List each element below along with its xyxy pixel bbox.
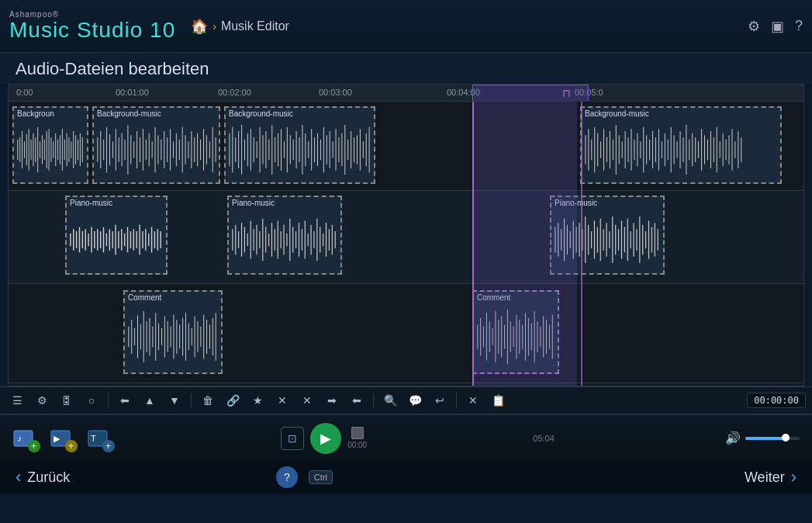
svg-text:♪: ♪ xyxy=(17,433,22,444)
time-2: 00:02:00 xyxy=(218,88,251,97)
track-1: Backgroun Background-music xyxy=(9,102,803,191)
help-button[interactable]: ? xyxy=(276,466,298,488)
tb-undo-btn[interactable]: ↩ xyxy=(429,390,451,410)
clip-piano-label-2: Piano-music xyxy=(229,197,278,209)
add-audio-button[interactable]: ♪ + xyxy=(12,424,40,452)
settings-icon[interactable]: ⚙ xyxy=(748,18,760,35)
tb-up-btn[interactable]: ▲ xyxy=(139,390,161,410)
volume-icon[interactable]: 🔊 xyxy=(725,431,741,445)
breadcrumb: 🏠 › Musik Editor xyxy=(191,18,289,35)
tb-link-btn[interactable]: 🔗 xyxy=(222,390,244,410)
clip-comment-label-1: Comment xyxy=(125,292,164,303)
add-video-button[interactable]: ▶ + xyxy=(50,424,78,452)
selection-indicator xyxy=(472,85,589,102)
clipboard-icon[interactable]: ▣ xyxy=(771,18,784,35)
track-2: Piano-music Piano-music xyxy=(9,191,803,284)
tb-copy-btn[interactable]: 📋 xyxy=(487,390,509,410)
time-1: 00:01:00 xyxy=(116,88,149,97)
tb-delete-btn[interactable]: 🗑 xyxy=(197,390,219,410)
tb-settings-btn[interactable]: ⚙ xyxy=(31,390,53,410)
time-0: 0:00 xyxy=(16,88,33,97)
waveform-1 xyxy=(14,119,87,181)
clip-label-4: Background-music xyxy=(582,108,652,119)
tb-prev-btn[interactable]: ⬅ xyxy=(346,390,368,410)
time-ruler: 0:00 00:01:00 00:02:00 00:03:00 00:04:00… xyxy=(9,85,803,102)
clip-bg-2[interactable]: Background-music xyxy=(92,106,220,184)
time-display: 00:00:00 xyxy=(747,393,806,408)
clip-piano-2[interactable]: Piano-music xyxy=(227,196,342,275)
waveform-2 xyxy=(94,119,219,181)
total-duration: 05:04 xyxy=(533,434,555,443)
breadcrumb-page: Musik Editor xyxy=(221,19,289,33)
play-controls: ⊡ ▶ 00:00 xyxy=(281,423,367,454)
stop-area: 00:00 xyxy=(347,427,367,449)
tb-star-btn[interactable]: ★ xyxy=(247,390,268,410)
selection-handle[interactable]: ⊓ xyxy=(562,87,571,99)
tb-radio-btn[interactable]: ○ xyxy=(81,390,102,410)
current-time: 00:00 xyxy=(347,441,367,449)
timeline-container: 0:00 00:01:00 00:02:00 00:03:00 00:04:00… xyxy=(8,84,804,386)
clip-piano-1[interactable]: Piano-music xyxy=(65,196,168,275)
tb-menu-btn[interactable]: ☰ xyxy=(6,390,28,410)
toolbar: ☰ ⚙ 🎛 ○ ⬅ ▲ ▼ 🗑 🔗 ★ ✕ ✕ ➡ ⬅ 🔍 💬 ↩ ✕ 📋 00… xyxy=(0,386,812,414)
waveform-4 xyxy=(582,119,780,181)
back-arrow-icon: ‹ xyxy=(16,467,21,487)
waveform-piano-1 xyxy=(67,208,166,272)
tb-sep-3 xyxy=(373,393,374,408)
clip-bg-3[interactable]: Background-music xyxy=(224,106,375,184)
tb-zoom-in-btn[interactable]: 🔍 xyxy=(379,390,401,410)
page-title: Audio-Dateien bearbeiten xyxy=(16,59,209,78)
loop-button[interactable]: ⊡ xyxy=(281,427,304,450)
next-button[interactable]: Weiter › xyxy=(745,467,796,487)
waveform-comment-1 xyxy=(125,303,221,371)
clip-piano-label-1: Piano-music xyxy=(67,197,116,209)
breadcrumb-arrow: › xyxy=(213,20,216,33)
clip-comment-1[interactable]: Comment xyxy=(123,290,223,374)
next-arrow-icon: › xyxy=(791,467,796,487)
tb-comment-btn[interactable]: 💬 xyxy=(404,390,426,410)
add-audio-icon: ♪ + xyxy=(12,424,40,452)
play-button[interactable]: ▶ xyxy=(310,423,341,454)
volume-thumb[interactable] xyxy=(782,434,790,442)
waveform-3 xyxy=(226,119,374,181)
selection-overlay xyxy=(472,102,577,386)
home-icon[interactable]: 🏠 xyxy=(191,18,208,35)
help-icon[interactable]: ? xyxy=(795,18,803,34)
playhead[interactable] xyxy=(472,102,474,386)
clip-label-3: Background-music xyxy=(226,108,296,119)
add-subtitle-button[interactable]: T + xyxy=(87,424,115,452)
clip-bg-1[interactable]: Backgroun xyxy=(12,106,88,184)
brand-label: Ashampoo® xyxy=(9,10,175,19)
waveform-piano-2 xyxy=(229,208,340,272)
next-label: Weiter xyxy=(745,469,785,486)
tb-equalizer-btn[interactable]: 🎛 xyxy=(56,390,78,410)
clip-label: Backgroun xyxy=(14,108,57,119)
tracks-area: Backgroun Background-music xyxy=(9,102,803,386)
time-3: 00:03:00 xyxy=(319,88,352,97)
help-label: ? xyxy=(284,471,290,483)
stop-button[interactable] xyxy=(351,427,364,439)
footer-nav: ‹ Zurück ? Ctrl Weiter › xyxy=(0,461,812,494)
footer-center: ? Ctrl xyxy=(276,466,333,488)
logo-area: Ashampoo® Music Studio 10 xyxy=(9,10,175,43)
add-subtitle-icon: T + xyxy=(87,424,115,452)
tb-cut-btn[interactable]: ✕ xyxy=(271,390,293,410)
back-button[interactable]: ‹ Zurück xyxy=(16,467,70,487)
svg-text:+: + xyxy=(105,441,111,452)
header-icons: ⚙ ▣ ? xyxy=(748,18,803,35)
playhead-2 xyxy=(581,102,582,386)
track-3: Comment Comment xyxy=(9,284,803,383)
volume-slider[interactable] xyxy=(745,437,800,440)
tb-down-btn[interactable]: ▼ xyxy=(164,390,185,410)
app-title: Music Studio 10 xyxy=(9,19,175,43)
tb-back-btn[interactable]: ⬅ xyxy=(114,390,136,410)
bottom-bar: ♪ + ▶ + T + ⊡ ▶ xyxy=(0,414,812,461)
tb-close-btn[interactable]: ✕ xyxy=(296,390,318,410)
svg-text:+: + xyxy=(68,441,74,452)
tb-forward-btn[interactable]: ➡ xyxy=(321,390,343,410)
tb-sep-1 xyxy=(108,393,109,408)
clip-bg-4[interactable]: Background-music xyxy=(580,106,782,184)
tb-x-btn[interactable]: ✕ xyxy=(462,390,484,410)
tb-sep-4 xyxy=(456,393,457,408)
clip-label-2: Background-music xyxy=(94,108,164,119)
